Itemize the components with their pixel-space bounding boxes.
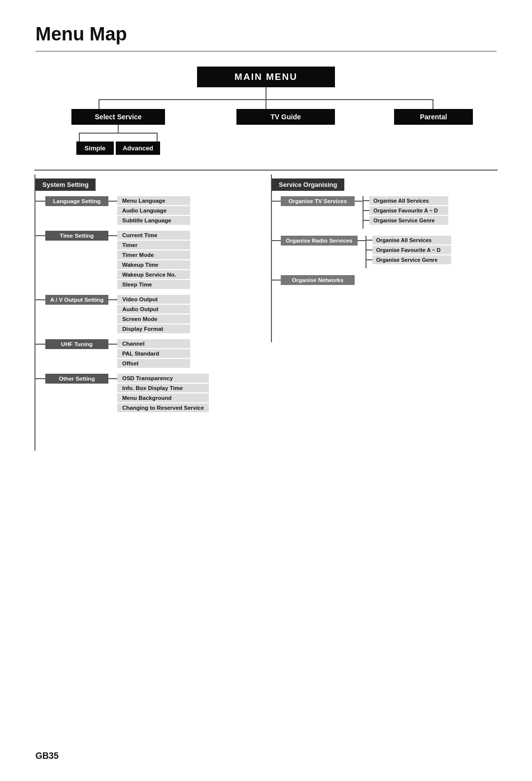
level1-row: Select Service Simple Advance xyxy=(34,109,498,155)
menu-diagram: MAIN MENU Select Service xyxy=(34,67,498,451)
list-item: Display Format xyxy=(117,324,190,333)
language-setting-box: Language Setting xyxy=(45,196,108,206)
organise-radio-group: Organise Radio Services xyxy=(272,236,451,268)
service-groups-wrapper: Organise TV Services xyxy=(271,194,498,342)
page-title: Menu Map xyxy=(35,24,497,45)
uhf-items: Channel PAL Standard Offset xyxy=(117,339,190,368)
advanced-box: Advanced xyxy=(116,142,160,155)
list-item: Timer xyxy=(117,241,190,249)
list-item: PAL Standard xyxy=(117,349,190,358)
list-item: Sleep Time xyxy=(117,280,190,289)
page-footer: GB35 xyxy=(35,751,59,761)
system-setting-section: System Setting Languag xyxy=(34,171,261,451)
list-item: Channel xyxy=(117,339,190,348)
list-item: Changing to Reserved Service xyxy=(117,403,209,412)
two-col-sections: System Setting Languag xyxy=(34,171,498,451)
list-item: Organise All Services xyxy=(366,236,451,245)
list-item: Info. Box Display Time xyxy=(117,384,209,392)
system-groups-wrapper: Language Setting Menu Language xyxy=(34,194,261,451)
list-item: Menu Background xyxy=(117,393,209,402)
list-item: Wakeup Service No. xyxy=(117,270,190,279)
organise-radio-box: Organise Radio Services xyxy=(281,236,358,246)
select-service-box: Select Service xyxy=(71,109,165,125)
uhf-tuning-group: UHF Tuning Channel PAL Standard xyxy=(35,339,209,368)
main-menu-row: MAIN MENU xyxy=(34,67,498,87)
time-items: Current Time Timer Timer Mode Wakeup Tim… xyxy=(117,231,190,289)
language-items: Menu Language Audio Language xyxy=(117,196,190,225)
tv-guide-box: TV Guide xyxy=(236,109,335,125)
parental-box: Parental xyxy=(394,109,473,125)
list-item: Timer Mode xyxy=(117,250,190,259)
service-organising-header: Service Organising xyxy=(272,178,344,191)
list-item: Organise Favourite A ~ D xyxy=(364,206,448,215)
system-groups: Language Setting Menu Language xyxy=(35,194,209,412)
list-item: Organise Service Genre xyxy=(364,216,448,225)
organise-networks-group: Organise Networks xyxy=(272,275,451,285)
simple-box: Simple xyxy=(76,142,114,155)
tv-service-items: Organise All Services Organise Favourite… xyxy=(364,196,448,225)
list-item: Organise All Services xyxy=(364,196,448,205)
list-item: Offset xyxy=(117,359,190,368)
av-output-box: A / V Output Setting xyxy=(45,295,108,305)
list-item: Screen Mode xyxy=(117,315,190,323)
list-item: Subtitle Language xyxy=(117,216,190,225)
list-item: Wakeup Time xyxy=(117,260,190,269)
other-items: OSD Transparency Info. Box Display Time … xyxy=(117,374,209,412)
av-output-group: A / V Output Setting Video Output Audio … xyxy=(35,295,209,333)
organise-tv-group: Organise TV Services xyxy=(272,196,451,229)
list-item: Organise Favourite A ~ D xyxy=(366,246,451,254)
list-item: Menu Language xyxy=(117,196,190,205)
system-setting-header: System Setting xyxy=(35,178,96,191)
list-item: OSD Transparency xyxy=(117,374,209,383)
v-line-main xyxy=(34,87,498,99)
list-item: Current Time xyxy=(117,231,190,240)
radio-service-items: Organise All Services Organise Favourite… xyxy=(366,236,451,264)
list-item: Video Output xyxy=(117,295,190,304)
list-item: Organise Service Genre xyxy=(366,255,451,264)
other-setting-box: Other Setting xyxy=(45,374,108,384)
time-setting-group: Time Setting Current Time Timer xyxy=(35,231,209,289)
page-header: Menu Map xyxy=(0,0,532,52)
list-item: Audio Language xyxy=(117,206,190,215)
language-setting-group: Language Setting Menu Language xyxy=(35,196,209,225)
level1-connector xyxy=(34,99,498,109)
content-area: MAIN MENU Select Service xyxy=(0,52,532,470)
av-items: Video Output Audio Output Screen Mode Di… xyxy=(117,295,190,333)
service-organising-section: Service Organising Org xyxy=(271,171,498,342)
parental-col: Parental xyxy=(369,109,498,125)
other-setting-group: Other Setting OSD Transparency Info. Box… xyxy=(35,374,209,412)
organise-tv-box: Organise TV Services xyxy=(281,196,355,206)
time-setting-box: Time Setting xyxy=(45,231,108,241)
select-service-col: Select Service Simple Advance xyxy=(34,109,202,155)
footer-text: GB35 xyxy=(35,751,59,761)
main-menu-box: MAIN MENU xyxy=(197,67,335,87)
organise-networks-box: Organise Networks xyxy=(281,275,355,285)
list-item: Audio Output xyxy=(117,305,190,314)
service-groups: Organise TV Services xyxy=(272,194,451,285)
uhf-tuning-box: UHF Tuning xyxy=(45,339,108,349)
tv-guide-col: TV Guide xyxy=(202,109,369,125)
